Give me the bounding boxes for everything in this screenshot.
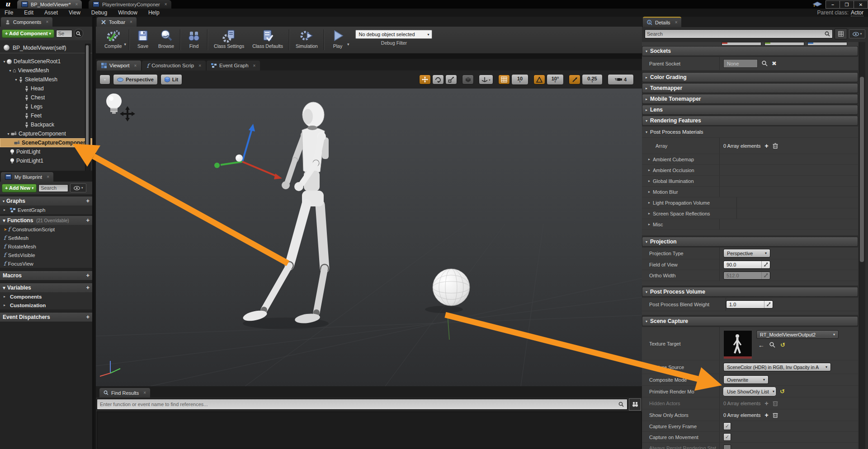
play-button[interactable]: Play	[326, 28, 349, 49]
parent-socket-value[interactable]: None	[723, 59, 758, 68]
always-persist-checkbox[interactable]: ✓	[723, 444, 731, 449]
scrollbar-thumb[interactable]	[860, 77, 864, 262]
details-search-input[interactable]	[645, 29, 833, 38]
parent-class-link[interactable]: Actor	[851, 9, 863, 16]
scale-snap-toggle[interactable]	[569, 75, 580, 84]
list-item-eventgraph[interactable]: ▸ EventGraph	[0, 206, 92, 214]
row-ambient-occlusion[interactable]: ▸Ambient Occlusion	[642, 165, 858, 176]
texture-target-dropdown[interactable]: RT_ModelViewerOutput2 ▾	[756, 330, 839, 339]
tab-details[interactable]: i Details ×	[643, 17, 681, 27]
surface-snap-button[interactable]	[462, 75, 474, 84]
components-scrollbar[interactable]	[85, 44, 90, 171]
visibility-filter-button[interactable]: ▾	[70, 183, 86, 192]
ortho-width-input[interactable]: 512.0	[723, 271, 770, 280]
chevron-down-icon[interactable]: ▾	[124, 42, 127, 47]
tree-item-skeletalmesh[interactable]: ▾ SkeletalMesh	[0, 75, 92, 84]
functions-header[interactable]: ▾ Functions (21 Overridable) +	[0, 215, 92, 225]
menu-view[interactable]: View	[69, 9, 80, 16]
my-blueprint-search-input[interactable]	[38, 184, 68, 192]
variable-group-customization[interactable]: ▸ Customization	[0, 301, 92, 309]
section-rendering-features[interactable]: ▾ Rendering Features	[642, 116, 858, 126]
add-new-button[interactable]: + Add New▾	[2, 184, 37, 192]
rotation-snap-value[interactable]: 10°▾	[547, 74, 564, 85]
row-screen-space-reflections[interactable]: ▸Screen Space Reflections	[642, 208, 858, 219]
list-item-constructionscript[interactable]: ➤ f ConstructionScript	[0, 225, 92, 234]
capture-source-dropdown[interactable]: SceneColor (HDR) in RGB, Inv Opacity in …	[723, 363, 831, 371]
variables-header[interactable]: ▾ Variables +	[0, 283, 92, 292]
slider-drag-icon[interactable]	[762, 262, 770, 267]
rotate-tool-button[interactable]	[432, 75, 444, 84]
debug-object-dropdown[interactable]: No debug object selected ▾	[355, 30, 432, 39]
add-macro-button[interactable]: +	[86, 273, 90, 278]
expander-icon[interactable]: ▾	[2, 60, 7, 64]
list-item-focusview[interactable]: f FocusView	[0, 259, 92, 268]
add-component-button[interactable]: + Add Component▾	[2, 29, 54, 38]
tab-event-graph[interactable]: Event Graph ×	[207, 61, 260, 70]
component-root-self[interactable]: BP_ModelViewer(self)	[0, 42, 92, 53]
expander-icon[interactable]: ▾	[3, 285, 5, 291]
tree-item-pointlight1[interactable]: PointLight1	[0, 156, 92, 165]
add-function-button[interactable]: +	[86, 218, 90, 223]
capture-on-movement-checkbox[interactable]: ✓	[723, 433, 731, 441]
list-item-rotatemesh[interactable]: f RotateMesh	[0, 242, 92, 251]
search-icon[interactable]	[762, 61, 768, 66]
minimize-button[interactable]: –	[826, 0, 840, 9]
tab-find-results[interactable]: Find Results ×	[99, 388, 150, 398]
move-tool-button[interactable]	[419, 75, 431, 84]
row-ambient-cubemap[interactable]: ▸Ambient Cubemap	[642, 154, 858, 165]
asset-tab-bp-modelviewer[interactable]: BP_ModelViewer* ×	[17, 0, 82, 9]
menu-help[interactable]: Help	[148, 9, 160, 16]
details-view-options-button[interactable]: ▾	[849, 29, 865, 38]
menu-asset[interactable]: Asset	[44, 9, 58, 16]
tree-item-feet[interactable]: Feet	[0, 111, 92, 120]
expander-icon[interactable]: ▾	[8, 69, 13, 73]
tree-item-defaultsceneroot1[interactable]: ▾ DefaultSceneRoot1	[0, 57, 92, 66]
subsection-post-process-materials[interactable]: ▾ Post Process Materials	[642, 126, 858, 138]
class-defaults-button[interactable]: Class Defaults	[248, 28, 287, 49]
tab-viewport[interactable]: Viewport ×	[97, 61, 141, 70]
browse-button[interactable]: Browse	[154, 28, 178, 49]
browse-to-asset-icon[interactable]	[769, 342, 775, 348]
row-global-illumination[interactable]: ▸Global Illumination	[642, 176, 858, 187]
reset-to-default-icon[interactable]: ↺	[780, 342, 785, 348]
section-post-process-volume[interactable]: ▾ Post Process Volume	[642, 287, 858, 297]
save-button[interactable]: Save	[132, 28, 154, 49]
lit-mode-button[interactable]: Lit	[160, 74, 182, 85]
expander-icon[interactable]: ▾	[3, 199, 5, 203]
grid-snap-value[interactable]: 10▾	[511, 74, 528, 85]
graphs-header[interactable]: ▾ Graphs +	[0, 196, 92, 206]
asset-tab-playerinventory[interactable]: PlayerInventoryComponer ×	[89, 0, 171, 9]
property-matrix-button[interactable]	[835, 28, 847, 39]
add-variable-button[interactable]: +	[86, 285, 90, 290]
row-light-propagation-volume[interactable]: ▸Light Propagation Volume	[642, 197, 858, 208]
components-search-input[interactable]	[56, 30, 72, 37]
menu-file[interactable]: File	[5, 9, 13, 16]
tree-item-head[interactable]: Head	[0, 84, 92, 93]
tree-item-pointlight[interactable]: PointLight	[0, 147, 92, 156]
close-icon[interactable]: ×	[134, 63, 137, 68]
capture-every-frame-checkbox[interactable]: ✓	[723, 422, 731, 430]
search-icon[interactable]	[74, 29, 83, 38]
viewport-canvas[interactable]	[96, 89, 642, 386]
section-projection[interactable]: ▾ Projection	[642, 237, 858, 247]
scrollbar-thumb[interactable]	[86, 45, 89, 164]
section-tonemapper[interactable]: ▸ Tonemapper	[642, 83, 858, 93]
chevron-down-icon[interactable]: ▾	[347, 42, 349, 47]
close-icon[interactable]: ×	[130, 19, 132, 24]
perspective-button[interactable]: Perspective	[113, 74, 158, 85]
close-icon[interactable]: ×	[47, 174, 49, 179]
class-settings-button[interactable]: Class Settings	[210, 28, 248, 49]
close-icon[interactable]: ×	[198, 63, 201, 68]
menu-debug[interactable]: Debug	[91, 9, 107, 16]
trash-icon[interactable]	[773, 143, 778, 149]
tab-construction-script[interactable]: f Construction Scrip ×	[142, 61, 206, 70]
event-dispatchers-header[interactable]: Event Dispatchers +	[0, 312, 92, 322]
expander-icon[interactable]: ▾	[6, 132, 11, 136]
tutorial-cap-icon[interactable]	[812, 1, 822, 8]
variable-group-components[interactable]: ▸ Components	[0, 292, 92, 301]
viewport-options-button[interactable]: ▾	[99, 75, 110, 84]
tab-components[interactable]: Components ×	[1, 17, 52, 27]
field-of-view-input[interactable]: 90.0	[723, 261, 770, 269]
projection-type-dropdown[interactable]: Perspective▾	[723, 249, 770, 257]
close-icon[interactable]: ×	[75, 2, 78, 7]
